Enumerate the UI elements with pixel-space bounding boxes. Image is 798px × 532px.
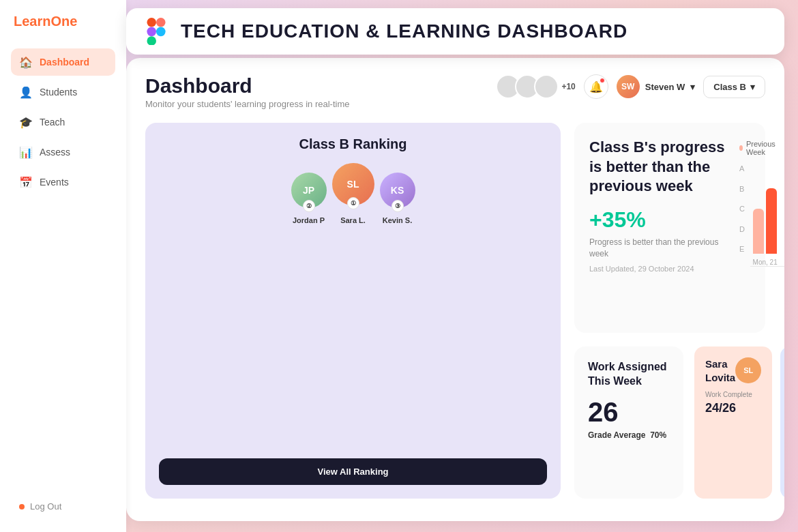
bars-container: Mon, 21 Tues, 22 xyxy=(750,164,784,267)
main-header: Dashboard Monitor your students' learnin… xyxy=(145,74,765,109)
work-summary-title: Work Assigned This Week xyxy=(588,360,670,389)
svg-point-4 xyxy=(156,27,166,37)
grade-avg-value: 70% xyxy=(650,430,666,440)
podium-name-first: Sara L. xyxy=(340,216,366,224)
podium-name-third: Kevin S. xyxy=(383,216,412,224)
bar-group-mon: Mon, 21 xyxy=(750,188,780,266)
podium-avatar-second: JP ② xyxy=(291,173,327,208)
user-info[interactable]: SW Steven W ▾ xyxy=(617,75,696,98)
sidebar-item-teach[interactable]: 🎓 Teach xyxy=(11,108,115,136)
class-selector[interactable]: Class B ▾ xyxy=(703,76,765,98)
student-cards: Sara Lovita SL Work Complete 24/26 Kevin… xyxy=(694,346,784,499)
prev-week-label: Previous Week xyxy=(746,140,778,156)
students-icon: 👤 xyxy=(19,85,33,99)
teach-icon: 🎓 xyxy=(19,115,33,129)
sidebar-item-assess[interactable]: 📊 Assess xyxy=(11,138,115,166)
bottom-row: Work Assigned This Week 26 Grade Average… xyxy=(574,346,765,499)
sidebar-item-label: Dashboard xyxy=(40,57,89,68)
banner-title: TECH EDUCATION & LEARNING DASHBOARD xyxy=(181,20,627,42)
bar-label: Mon, 21 xyxy=(753,258,778,266)
podium-name-second: Jordan P xyxy=(293,216,325,224)
header-left: Dashboard Monitor your students' learnin… xyxy=(145,74,349,109)
ranking-title: Class B Ranking xyxy=(299,136,407,152)
work-summary: Work Assigned This Week 26 Grade Average… xyxy=(574,346,683,499)
user-avatar: SW xyxy=(617,75,640,98)
page-subtitle: Monitor your students' learning progress… xyxy=(145,99,349,109)
svg-rect-0 xyxy=(147,18,156,27)
avatar-count: +10 xyxy=(561,82,575,91)
student-card-sara: Sara Lovita SL Work Complete 24/26 xyxy=(694,346,772,499)
chart-body: A B C D E Mon, 21 xyxy=(739,164,784,267)
avatar xyxy=(534,74,559,99)
class-selector-label: Class B xyxy=(713,82,746,92)
view-all-ranking-button[interactable]: View All Ranking xyxy=(159,458,547,485)
grade-avg: Grade Average 70% xyxy=(588,430,670,440)
home-icon: 🏠 xyxy=(19,55,33,69)
work-count: 26 xyxy=(588,397,670,428)
avatar-stack: +10 xyxy=(496,74,575,99)
events-icon: 📅 xyxy=(19,175,33,189)
sidebar-item-students[interactable]: 👤 Students xyxy=(11,78,115,106)
user-name: Steven W xyxy=(645,82,685,92)
chart-area: Previous Week This Week October ▾ xyxy=(739,138,784,318)
progress-info: Class B's progress is better than the pr… xyxy=(589,138,726,318)
chart-y-labels: A B C D E xyxy=(739,164,745,267)
top-banner: TECH EDUCATION & LEARNING DASHBOARD xyxy=(126,8,784,55)
rank-medal-1: ① xyxy=(347,197,359,209)
podium-item-first: SL ① Sara L. xyxy=(332,163,374,224)
podium-avatar-first: SL ① xyxy=(332,163,374,205)
podium-avatar-third: KS ③ xyxy=(380,173,415,208)
student-name: Sara Lovita xyxy=(705,357,735,384)
logo: LearnOne xyxy=(11,14,115,29)
work-progress: 24/26 xyxy=(705,401,761,415)
logout-label: Log Out xyxy=(30,501,61,512)
sidebar-item-dashboard[interactable]: 🏠 Dashboard xyxy=(11,48,115,76)
rank-medal-2: ② xyxy=(303,200,315,212)
prev-week-dot xyxy=(739,145,743,151)
header-right: +10 🔔 SW Steven W ▾ Class B ▾ xyxy=(496,74,765,99)
chevron-down-icon: ▾ xyxy=(750,82,755,92)
sidebar: LearnOne 🏠 Dashboard 👤 Students 🎓 Teach … xyxy=(0,0,126,532)
svg-rect-2 xyxy=(147,27,156,37)
bar-pair xyxy=(750,188,780,254)
percent-badge: +35% xyxy=(589,207,726,233)
curr-bar xyxy=(766,188,777,254)
ranking-card: Class B Ranking JP ② Jordan P SL ① S xyxy=(145,123,561,499)
podium-item-second: JP ② Jordan P xyxy=(291,173,327,224)
sidebar-item-label: Assess xyxy=(40,147,70,158)
sidebar-item-label: Teach xyxy=(40,117,65,128)
svg-rect-1 xyxy=(156,18,166,27)
sidebar-item-events[interactable]: 📅 Events xyxy=(11,168,115,196)
sidebar-item-label: Students xyxy=(40,87,77,98)
logout-button[interactable]: Log Out xyxy=(11,494,115,518)
progress-headline: Class B's progress is better than the pr… xyxy=(589,138,726,196)
ranking-podium: JP ② Jordan P SL ① Sara L. KS xyxy=(159,163,547,224)
chart-header: Previous Week This Week October ▾ xyxy=(739,138,784,158)
notification-button[interactable]: 🔔 xyxy=(584,74,608,99)
prev-week-legend: Previous Week xyxy=(739,140,778,156)
logout-dot-icon xyxy=(19,504,25,509)
student-card-kevin: Kevin S. KS Work Complete 20/26 xyxy=(780,346,784,499)
progress-card: Class B's progress is better than the pr… xyxy=(574,123,765,333)
work-label: Work Complete xyxy=(705,391,761,398)
rank-medal-3: ③ xyxy=(391,200,404,212)
progress-description: Progress is better than the previous wee… xyxy=(589,237,726,260)
notification-dot xyxy=(600,78,605,83)
content-grid: Class B's progress is better than the pr… xyxy=(145,123,765,499)
svg-rect-3 xyxy=(147,36,156,45)
figma-icon xyxy=(143,18,170,45)
sidebar-item-label: Events xyxy=(40,177,69,188)
student-avatar: SL xyxy=(735,357,761,383)
page-title: Dashboard xyxy=(145,74,349,98)
chevron-down-icon: ▾ xyxy=(690,82,695,92)
sc-header: Sara Lovita SL xyxy=(705,357,761,384)
podium-item-third: KS ③ Kevin S. xyxy=(380,173,415,224)
grade-avg-label: Grade Average xyxy=(588,430,646,440)
main-content: Dashboard Monitor your students' learnin… xyxy=(126,58,784,521)
assess-icon: 📊 xyxy=(19,145,33,159)
chart-legend: Previous Week This Week xyxy=(739,140,784,156)
last-updated: Last Updated, 29 October 2024 xyxy=(589,265,726,273)
prev-bar xyxy=(753,209,764,254)
